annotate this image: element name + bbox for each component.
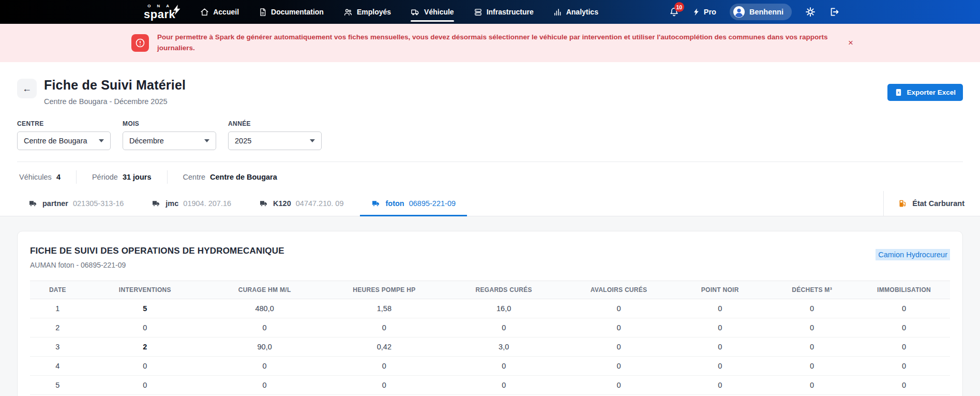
pro-label: Pro bbox=[704, 8, 716, 16]
card-subtitle: AUMAN foton - 06895-221-09 bbox=[30, 261, 284, 269]
fuel-status-button[interactable]: État Carburant bbox=[883, 191, 980, 216]
nav-item-infrastructure[interactable]: Infrastructure bbox=[474, 0, 534, 24]
table-body: 15480,01,5816,000002000000003290,00,423,… bbox=[30, 299, 950, 396]
excel-file-icon: x bbox=[895, 88, 902, 97]
document-icon bbox=[259, 8, 267, 17]
stat-value: Centre de Bougara bbox=[210, 173, 277, 181]
table-row: 3290,00,423,00000 bbox=[30, 338, 950, 357]
export-excel-button[interactable]: x Exporter Excel bbox=[887, 84, 963, 101]
brand-name: spark bbox=[144, 9, 175, 20]
alert-banner: Pour permettre à Spark de générer automa… bbox=[0, 24, 980, 62]
chevron-down-icon bbox=[99, 139, 104, 142]
nav-item-vehicule[interactable]: Véhicule bbox=[411, 0, 454, 24]
card-title: FICHE DE SUIVI DES OPERATIONS DE HYDROME… bbox=[30, 246, 284, 256]
nav-item-label: Véhicule bbox=[424, 8, 454, 16]
table-cell: 0 bbox=[324, 376, 444, 395]
table-cell: 0,42 bbox=[324, 338, 444, 357]
table-cell: 480,0 bbox=[205, 299, 324, 318]
nav-item-label: Infrastructure bbox=[487, 8, 534, 16]
tab-vehicle-partner[interactable]: partner 021305-313-16 bbox=[17, 191, 135, 216]
centre-select[interactable]: Centre de Bougara bbox=[17, 131, 111, 150]
tab-vehicle-plate: 06895-221-09 bbox=[409, 199, 456, 208]
column-header: REGARDS CURÉS bbox=[444, 281, 564, 299]
table-cell: 0 bbox=[766, 338, 858, 357]
select-value: 2025 bbox=[235, 137, 251, 145]
table-cell: 0 bbox=[324, 318, 444, 338]
column-header: POINT NOIR bbox=[674, 281, 766, 299]
column-header: HEURES POMPE HP bbox=[324, 281, 444, 299]
vehicle-type-badge[interactable]: Camion Hydrocureur bbox=[876, 249, 950, 260]
stat-label: Période bbox=[92, 173, 118, 181]
page-subtitle: Centre de Bougara - Décembre 2025 bbox=[44, 97, 186, 106]
tab-vehicle-plate: 021305-313-16 bbox=[73, 199, 124, 208]
avatar-icon bbox=[733, 6, 745, 18]
table-header: DATE INTERVENTIONS CURAGE HM M/L HEURES … bbox=[30, 281, 950, 299]
home-icon bbox=[200, 8, 209, 17]
table-cell: 0 bbox=[564, 357, 674, 376]
table-row: 15480,01,5816,00000 bbox=[30, 299, 950, 318]
select-value: Centre de Bougara bbox=[24, 137, 87, 145]
pro-button[interactable]: Pro bbox=[692, 7, 716, 17]
filter-label-centre: CENTRE bbox=[17, 120, 111, 127]
tab-vehicle-foton[interactable]: foton 06895-221-09 bbox=[360, 191, 467, 216]
user-menu-button[interactable]: Benhenni bbox=[730, 4, 792, 20]
table-cell: 0 bbox=[766, 318, 858, 338]
table-row: 200000000 bbox=[30, 318, 950, 338]
divider bbox=[167, 170, 168, 184]
nav-item-accueil[interactable]: Accueil bbox=[200, 0, 239, 24]
filter-label-mois: MOIS bbox=[123, 120, 216, 127]
user-name: Benhenni bbox=[749, 8, 783, 16]
table-cell: 2 bbox=[30, 318, 85, 338]
stat-periode: Période 31 jours bbox=[92, 173, 152, 181]
table-cell: 90,0 bbox=[205, 338, 324, 357]
annee-select[interactable]: 2025 bbox=[228, 131, 322, 150]
truck-icon bbox=[411, 8, 420, 17]
table-cell: 0 bbox=[85, 318, 205, 338]
brand-logo[interactable]: O N A spark bbox=[144, 4, 175, 20]
stat-value: 31 jours bbox=[123, 173, 152, 181]
table-cell: 0 bbox=[674, 376, 766, 395]
lightning-bolt-icon bbox=[692, 7, 700, 17]
nav-item-label: Documentation bbox=[271, 8, 324, 16]
stat-label: Centre bbox=[183, 173, 206, 181]
nav-item-analytics[interactable]: Analytics bbox=[553, 0, 598, 24]
table-cell: 4 bbox=[30, 357, 85, 376]
logout-icon[interactable] bbox=[829, 7, 839, 17]
svg-text:x: x bbox=[898, 91, 900, 94]
tab-vehicle-plate: 04747.210. 09 bbox=[296, 199, 344, 208]
table-cell: 5 bbox=[85, 299, 205, 318]
alert-message: Pour permettre à Spark de générer automa… bbox=[157, 32, 835, 54]
tab-vehicle-k120[interactable]: K120 04747.210. 09 bbox=[248, 191, 355, 216]
table-cell: 0 bbox=[674, 357, 766, 376]
truck-icon bbox=[259, 199, 268, 208]
table-cell: 3,0 bbox=[444, 338, 564, 357]
column-header: AVALOIRS CURÉS bbox=[564, 281, 674, 299]
notification-badge: 10 bbox=[674, 2, 684, 12]
table-cell: 0 bbox=[205, 357, 324, 376]
table-cell: 0 bbox=[205, 376, 324, 395]
close-icon[interactable]: × bbox=[848, 38, 853, 48]
tab-vehicle-jmc[interactable]: jmc 01904. 207.16 bbox=[140, 191, 243, 216]
select-value: Décembre bbox=[129, 137, 164, 145]
nav-item-employes[interactable]: Employés bbox=[343, 0, 391, 24]
table-cell: 0 bbox=[766, 357, 858, 376]
table-cell: 0 bbox=[674, 299, 766, 318]
table-cell: 0 bbox=[858, 357, 950, 376]
summary-stats-row: Véhicules 4 Période 31 jours Centre Cent… bbox=[17, 162, 963, 191]
table-cell: 0 bbox=[858, 318, 950, 338]
nav-item-documentation[interactable]: Documentation bbox=[259, 0, 324, 24]
warning-icon bbox=[131, 34, 149, 52]
nav-right-cluster: 10 Pro Benhenni bbox=[669, 4, 839, 20]
column-header: DATE bbox=[30, 281, 85, 299]
table-cell: 0 bbox=[444, 376, 564, 395]
fuel-status-label: État Carburant bbox=[912, 199, 964, 208]
top-nav: O N A spark Accueil Documentation Employ… bbox=[0, 0, 980, 24]
operations-table: DATE INTERVENTIONS CURAGE HM M/L HEURES … bbox=[30, 281, 950, 396]
back-button[interactable]: ← bbox=[17, 79, 37, 98]
table-cell: 1 bbox=[30, 299, 85, 318]
tab-vehicle-plate: 01904. 207.16 bbox=[183, 199, 231, 208]
table-cell: 3 bbox=[30, 338, 85, 357]
settings-gear-icon[interactable] bbox=[805, 7, 816, 17]
mois-select[interactable]: Décembre bbox=[123, 131, 216, 150]
notifications-button[interactable]: 10 bbox=[669, 7, 679, 17]
